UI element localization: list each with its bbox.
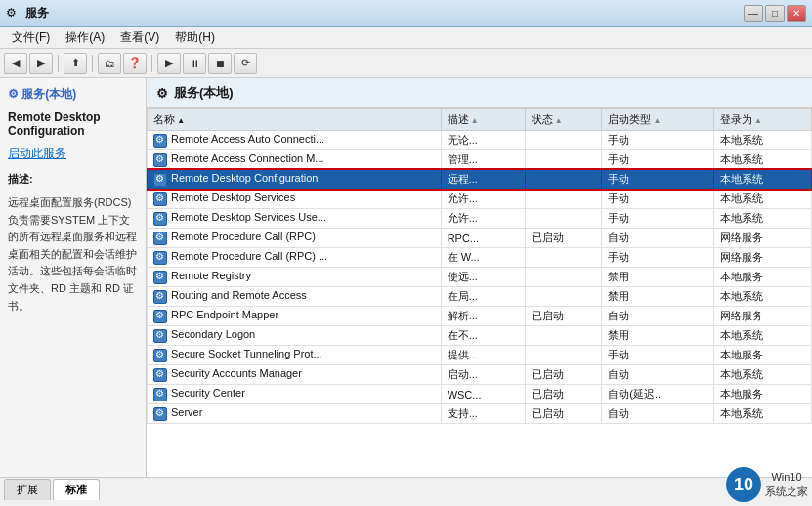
cell-logon: 本地系统 xyxy=(713,131,811,150)
toolbar-pause[interactable]: ⏸ xyxy=(183,53,206,74)
toolbar-sep3 xyxy=(151,55,152,72)
cell-desc: 管理... xyxy=(441,150,525,170)
cell-starttype: 手动 xyxy=(602,209,714,229)
toolbar-start[interactable]: ▶ xyxy=(157,53,181,74)
tab-extended[interactable]: 扩展 xyxy=(4,479,51,500)
menu-action[interactable]: 操作(A) xyxy=(58,27,112,48)
service-icon xyxy=(153,232,167,245)
selected-service-name: Remote Desktop Configuration xyxy=(8,110,138,138)
cell-starttype: 手动 xyxy=(602,248,714,268)
service-icon xyxy=(153,388,167,401)
toolbar-stop[interactable]: ⏹ xyxy=(208,53,232,74)
cell-desc: WSC... xyxy=(441,385,525,404)
cell-name: Remote Desktop Services Use... xyxy=(148,209,442,229)
cell-name: Remote Access Connection M... xyxy=(148,150,442,170)
start-service-link[interactable]: 启动此服务 xyxy=(8,146,138,162)
table-row[interactable]: Remote Procedure Call (RPC)RPC...已启动自动网络… xyxy=(148,229,812,248)
cell-logon: 本地系统 xyxy=(713,190,811,209)
cell-name: Remote Registry xyxy=(148,268,442,287)
cell-name: Security Accounts Manager xyxy=(148,365,442,385)
table-row[interactable]: Remote Registry使远...禁用本地服务 xyxy=(148,268,812,287)
app-icon: ⚙ xyxy=(6,6,21,21)
table-row[interactable]: Secondary Logon在不...禁用本地系统 xyxy=(148,326,812,346)
table-row[interactable]: Remote Desktop Services允许...手动本地系统 xyxy=(148,190,812,209)
table-row[interactable]: Remote Access Connection M...管理...手动本地系统 xyxy=(148,150,812,170)
cell-starttype: 自动 xyxy=(602,404,714,424)
table-row[interactable]: Server支持...已启动自动本地系统 xyxy=(148,404,812,424)
cell-logon: 本地系统 xyxy=(713,287,811,307)
cell-desc: 在 W... xyxy=(441,248,525,268)
cell-status xyxy=(525,346,602,365)
cell-status: 已启动 xyxy=(525,229,602,248)
toolbar-back[interactable]: ◀ xyxy=(4,53,27,74)
table-row[interactable]: Remote Procedure Call (RPC) ...在 W...手动网… xyxy=(148,248,812,268)
content-area: ⚙ 服务(本地) 名称 描述 状态 启动类型 登录为 Remote Access… xyxy=(147,78,812,477)
left-panel-icon: ⚙ xyxy=(8,87,21,101)
table-row[interactable]: Security CenterWSC...已启动自动(延迟...本地服务 xyxy=(148,385,812,404)
toolbar-help[interactable]: ❓ xyxy=(123,53,147,74)
cell-status: 已启动 xyxy=(525,385,602,404)
cell-starttype: 自动 xyxy=(602,229,714,248)
cell-logon: 本地系统 xyxy=(713,209,811,229)
toolbar-forward[interactable]: ▶ xyxy=(29,53,53,74)
minimize-button[interactable]: — xyxy=(744,5,763,22)
cell-status xyxy=(525,326,602,346)
bottom-tabs: 扩展 标准 xyxy=(0,477,812,500)
menu-view[interactable]: 查看(V) xyxy=(112,27,167,48)
cell-logon: 本地系统 xyxy=(713,170,811,190)
cell-status xyxy=(525,170,602,190)
table-row[interactable]: Secure Socket Tunneling Prot...提供...手动本地… xyxy=(148,346,812,365)
toolbar-up[interactable]: ⬆ xyxy=(64,53,87,74)
table-row[interactable]: Routing and Remote Access在局...禁用本地系统 xyxy=(148,287,812,307)
service-icon xyxy=(153,134,167,148)
table-row[interactable]: Remote Desktop Services Use...允许...手动本地系… xyxy=(148,209,812,229)
table-row[interactable]: RPC Endpoint Mapper解析...已启动自动网络服务 xyxy=(148,307,812,326)
menu-file[interactable]: 文件(F) xyxy=(4,27,58,48)
col-header-logon[interactable]: 登录为 xyxy=(713,109,811,131)
col-header-starttype[interactable]: 启动类型 xyxy=(602,109,714,131)
menu-help[interactable]: 帮助(H) xyxy=(167,27,223,48)
cell-status xyxy=(525,190,602,209)
cell-desc: 解析... xyxy=(441,307,525,326)
cell-desc: 在不... xyxy=(441,326,525,346)
left-panel-title[interactable]: ⚙ 服务(本地) xyxy=(8,86,138,103)
cell-desc: 允许... xyxy=(441,190,525,209)
toolbar-show-hide[interactable]: 🗂 xyxy=(98,53,121,74)
cell-name: Server xyxy=(148,404,442,424)
table-row[interactable]: Remote Desktop Configuration远程...手动本地系统 xyxy=(148,170,812,190)
col-header-desc[interactable]: 描述 xyxy=(441,109,525,131)
toolbar-restart[interactable]: ⟳ xyxy=(234,53,257,74)
cell-logon: 本地系统 xyxy=(713,365,811,385)
cell-status xyxy=(525,209,602,229)
service-table-wrapper[interactable]: 名称 描述 状态 启动类型 登录为 Remote Access Auto Con… xyxy=(147,108,812,477)
watermark-icon: 10 xyxy=(726,467,761,502)
cell-desc: 支持... xyxy=(441,404,525,424)
close-button[interactable]: ✕ xyxy=(787,5,806,22)
cell-name: Remote Desktop Configuration xyxy=(148,170,442,190)
table-row[interactable]: Remote Access Auto Connecti...无论...手动本地系… xyxy=(148,131,812,150)
service-icon xyxy=(153,251,167,265)
cell-status: 已启动 xyxy=(525,307,602,326)
cell-desc: 提供... xyxy=(441,346,525,365)
cell-starttype: 自动(延迟... xyxy=(602,385,714,404)
tab-standard[interactable]: 标准 xyxy=(53,479,100,500)
table-row[interactable]: Security Accounts Manager启动...已启动自动本地系统 xyxy=(148,365,812,385)
col-header-name[interactable]: 名称 xyxy=(148,109,442,131)
cell-starttype: 自动 xyxy=(602,307,714,326)
content-header-icon: ⚙ xyxy=(156,86,168,101)
service-icon xyxy=(153,192,167,206)
cell-name: Remote Desktop Services xyxy=(148,190,442,209)
cell-name: Remote Access Auto Connecti... xyxy=(148,131,442,150)
maximize-button[interactable]: □ xyxy=(765,5,785,22)
watermark: 10 Win10 系统之家 xyxy=(726,467,808,502)
cell-starttype: 手动 xyxy=(602,190,714,209)
cell-starttype: 禁用 xyxy=(602,326,714,346)
service-icon xyxy=(153,173,167,187)
cell-logon: 本地系统 xyxy=(713,326,811,346)
watermark-text: Win10 系统之家 xyxy=(765,470,808,500)
cell-status: 已启动 xyxy=(525,404,602,424)
service-icon xyxy=(153,329,167,343)
cell-logon: 本地系统 xyxy=(713,150,811,170)
cell-desc: 无论... xyxy=(441,131,525,150)
col-header-status[interactable]: 状态 xyxy=(525,109,602,131)
